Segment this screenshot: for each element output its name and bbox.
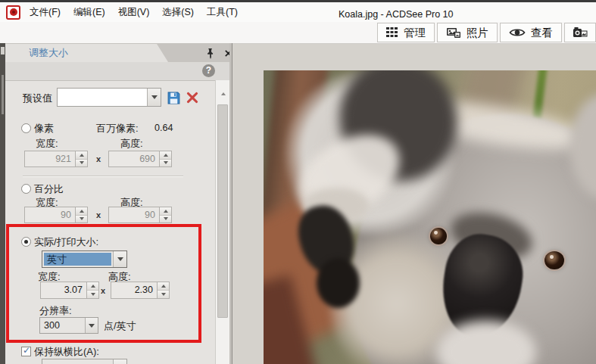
times-separator: x [96,154,101,163]
close-panel-button[interactable] [221,45,235,61]
percent-width-value[interactable]: 90 [25,207,75,222]
resolution-value: 300 [40,318,85,333]
pixels-width-spinner[interactable]: 921 [24,151,88,167]
pin-panel-button[interactable] [203,45,218,61]
preset-value [58,89,147,106]
resolution-label: 分辨率: [39,304,72,318]
acdsee-logo-icon[interactable] [6,5,20,20]
preset-dropdown-button[interactable] [147,89,161,106]
pixels-width-value[interactable]: 921 [25,151,75,166]
pixels-height-value[interactable]: 690 [109,151,159,166]
scrollbar-up-button[interactable] [217,88,229,100]
resolution-combobox[interactable]: 300 [39,317,98,334]
percent-radio[interactable] [21,184,31,194]
percent-width-spinner[interactable]: 90 [24,207,88,223]
resolution-dropdown-button[interactable] [85,318,98,333]
megapixels-value: 0.64 [154,123,173,133]
acdsee-window: 文件(F) 编辑(E) 视图(V) 选择(S) 工具(T) Koala.jpg … [0,0,596,364]
save-preset-button[interactable] [166,90,181,105]
percent-height-spinner[interactable]: 90 [108,207,172,223]
panel-tab-strip: 调整大小 [5,43,232,63]
print-height-spinner[interactable]: 2.30 [111,282,170,299]
spin-down-button[interactable] [158,291,169,298]
pixels-radio[interactable] [21,123,31,133]
image-canvas[interactable] [264,70,596,364]
spin-down-button[interactable] [76,216,87,223]
megapixels-label: 百万像素: [96,122,139,135]
pixels-height-label: 高度: [120,137,143,151]
times-separator: x [96,210,101,219]
delete-preset-button[interactable] [185,90,200,105]
keep-aspect-checkbox[interactable] [21,347,31,356]
spin-up-button[interactable] [160,207,171,216]
help-icon[interactable]: ? [202,64,215,77]
tab-resize[interactable]: 调整大小 [5,44,168,62]
menu-edit[interactable]: 编辑(E) [73,6,105,19]
spin-down-button[interactable] [160,160,171,167]
spin-up-icon [80,210,84,213]
delete-x-icon [186,91,199,104]
percent-height-value[interactable]: 90 [109,207,159,222]
spin-up-button[interactable] [160,151,171,160]
spin-down-icon [80,161,84,164]
koala-left-eye [430,228,448,245]
spin-down-button[interactable] [160,216,171,223]
print-width-spinner[interactable]: 3.07 [40,282,99,299]
preset-label: 预设值 [23,92,52,105]
menu-tools[interactable]: 工具(T) [207,6,238,19]
spin-down-icon [80,217,84,220]
preset-combobox[interactable] [57,88,161,107]
spin-up-button[interactable] [158,282,169,291]
spin-up-icon [161,285,166,288]
spin-up-button[interactable] [87,282,98,291]
spin-up-button[interactable] [76,151,87,160]
menu-file[interactable]: 文件(F) [30,6,61,19]
unit-selected-value: 英寸 [44,253,111,266]
spin-down-button[interactable] [76,160,87,167]
panel-scrollbar[interactable] [215,80,229,364]
photos-icon [446,26,461,39]
scroll-up-icon [221,92,226,95]
save-icon [167,91,181,105]
manage-mode-label: 管理 [404,26,426,40]
pixels-radio-label: 像素 [34,122,54,135]
spin-down-button[interactable] [87,291,98,298]
print-width-value[interactable]: 3.07 [41,282,86,298]
spin-up-button[interactable] [76,207,87,216]
aspect-dropdown-button[interactable] [113,359,126,364]
aspect-combobox[interactable] [42,359,127,364]
eye-icon [509,27,526,38]
develop-icon [573,26,588,39]
manage-mode-button[interactable]: 管理 [377,23,435,42]
photo-mode-label: 照片 [467,26,488,40]
view-mode-button[interactable]: 查看 [500,23,562,42]
scrollbar-thumb[interactable] [217,104,228,318]
pixels-height-spinner[interactable]: 690 [108,151,172,167]
unit-combobox[interactable]: 英寸 [42,250,127,268]
menu-view[interactable]: 视图(V) [118,6,150,19]
section-divider [23,176,183,177]
menu-select[interactable]: 选择(S) [162,6,194,19]
collapsed-panel-strip[interactable] [0,43,5,364]
spin-up-icon [80,154,84,157]
spin-up-icon [164,210,168,213]
print-size-radio[interactable] [21,237,31,247]
chevron-down-icon [117,257,123,261]
panel-edge [229,43,232,364]
aspect-value [42,359,113,364]
spin-down-icon [161,293,166,296]
times-separator: x [101,286,105,295]
menu-bar: 文件(F) 编辑(E) 视图(V) 选择(S) 工具(T) Koala.jpg … [0,2,596,22]
strip-tick [2,75,4,114]
unit-dropdown-button[interactable] [113,251,126,267]
panel-toolbar: ? [5,62,232,81]
spin-up-icon [91,285,95,288]
spin-down-icon [91,293,95,296]
spin-down-icon [164,161,168,164]
menu-items: 文件(F) 编辑(E) 视图(V) 选择(S) 工具(T) [30,6,238,19]
strip-tick [1,47,5,54]
print-height-value[interactable]: 2.30 [111,282,157,298]
pixels-width-label: 宽度: [36,137,58,151]
develop-mode-button[interactable] [564,23,596,42]
photo-mode-button[interactable]: 照片 [437,23,498,42]
